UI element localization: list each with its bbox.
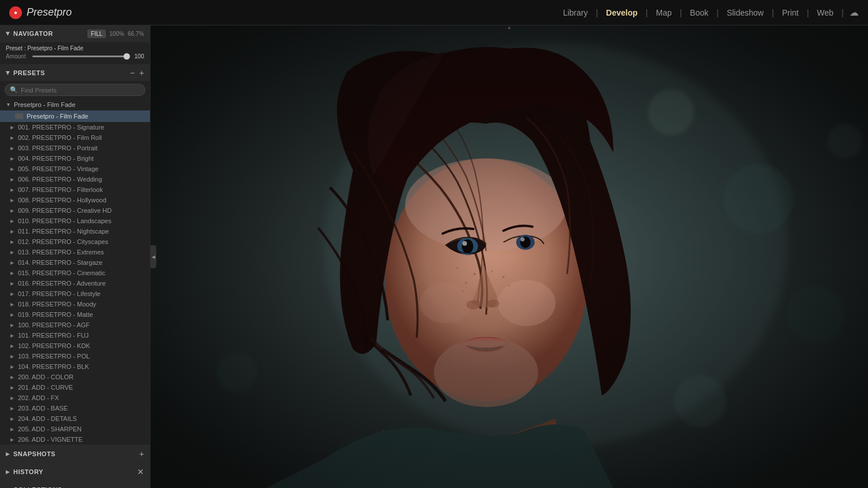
preset-list-item-009[interactable]: ▶009. PRESETPRO - Creative HD	[0, 205, 150, 216]
list-item-label: 010. PRESETPRO - Landscapes	[18, 217, 111, 224]
preset-list-item-014[interactable]: ▶014. PRESETPRO - Stargaze	[0, 257, 150, 268]
amount-row: Amount 100	[6, 51, 144, 61]
navigator-controls-right: FILL 100% 66.7%	[87, 29, 144, 38]
presets-header[interactable]: ▶ Presets − +	[0, 65, 150, 81]
presets-header-left: ▶ Presets	[6, 69, 45, 76]
preset-list-item-005[interactable]: ▶005. PRESETPRO - Vintage	[0, 164, 150, 174]
list-item-triangle: ▶	[10, 281, 14, 286]
list-item-triangle: ▶	[10, 333, 14, 338]
preset-list-item-200[interactable]: ▶200. ADD - COLOR	[0, 372, 150, 382]
nav-sep-6: |	[807, 8, 809, 17]
list-item-label: 203. ADD - BASE	[18, 405, 68, 412]
preset-list-item-201[interactable]: ▶201. ADD - CURVE	[0, 382, 150, 393]
list-item-triangle: ▶	[10, 156, 14, 161]
presets-plus-btn[interactable]: +	[139, 69, 144, 77]
preset-list-item-101[interactable]: ▶101. PRESETPRO - FUJ	[0, 330, 150, 341]
list-item-triangle: ▶	[10, 364, 14, 369]
preset-label-text: Preset :	[6, 45, 27, 51]
preset-list-item-206[interactable]: ▶206. ADD - VIGNETTE	[0, 434, 150, 445]
nav-web[interactable]: Web	[811, 6, 840, 20]
navigator-title: Navigator	[13, 30, 53, 37]
preset-list-item-202[interactable]: ▶202. ADD - FX	[0, 393, 150, 403]
nav-map[interactable]: Map	[650, 6, 677, 20]
list-item-label: 205. ADD - SHARPEN	[18, 426, 82, 432]
preset-list-item-204[interactable]: ▶204. ADD - DETAILS	[0, 413, 150, 424]
list-item-triangle: ▶	[10, 375, 14, 380]
nav-slideshow[interactable]: Slideshow	[721, 6, 770, 20]
presets-minus-btn[interactable]: −	[130, 69, 135, 77]
list-item-triangle: ▶	[10, 167, 14, 172]
preset-list-item-015[interactable]: ▶015. PRESETPRO - Cinematic	[0, 268, 150, 278]
presets-section: ▶ Presets − + 🔍 ▼ Pr	[0, 65, 150, 445]
panel-collapse-handle[interactable]: ◀	[150, 245, 156, 268]
preset-list-item-100[interactable]: ▶100. PRESETPRO - AGF	[0, 320, 150, 330]
top-drag-handle[interactable]	[503, 25, 515, 29]
history-close-btn[interactable]: ✕	[137, 467, 144, 476]
list-item-label: 100. PRESETPRO - AGF	[18, 321, 90, 328]
preset-list-item-012[interactable]: ▶012. PRESETPRO - Cityscapes	[0, 236, 150, 247]
list-item-label: 016. PRESETPRO - Adventure	[18, 280, 106, 287]
nav-print[interactable]: Print	[776, 6, 804, 20]
fill-button[interactable]: FILL	[87, 29, 106, 38]
nav-develop[interactable]: Develop	[600, 6, 643, 20]
preset-group-film-fade[interactable]: ▼ Presetpro - Film Fade	[0, 99, 150, 110]
navigator-header[interactable]: ▶ Navigator FILL 100% 66.7%	[0, 25, 150, 42]
presets-title: Presets	[13, 69, 45, 76]
amount-label: Amount	[6, 53, 29, 60]
preset-list-item-203[interactable]: ▶203. ADD - BASE	[0, 403, 150, 413]
preset-list-item-011[interactable]: ▶011. PRESETPRO - Nightscape	[0, 226, 150, 236]
preset-item-selected[interactable]: Presetpro - Film Fade	[0, 110, 150, 122]
snapshots-header-left: ▶ Snapshots	[6, 450, 56, 457]
preset-list-item-018[interactable]: ▶018. PRESETPRO - Moody	[0, 299, 150, 309]
preset-list-item-017[interactable]: ▶017. PRESETPRO - Lifestyle	[0, 289, 150, 299]
preset-list-item-205[interactable]: ▶205. ADD - SHARPEN	[0, 424, 150, 434]
list-item-label: 200. ADD - COLOR	[18, 374, 73, 380]
snapshots-plus-btn[interactable]: +	[139, 449, 144, 459]
snapshots-header[interactable]: ▶ Snapshots +	[0, 445, 150, 463]
preset-list-item-103[interactable]: ▶103. PRESETPRO - POL	[0, 351, 150, 361]
collections-plus-btn[interactable]: +	[139, 485, 144, 488]
list-item-label: 018. PRESETPRO - Moody	[18, 301, 96, 308]
search-input[interactable]	[21, 87, 140, 94]
left-panel: ▶ Navigator FILL 100% 66.7% Preset : Pre…	[0, 25, 150, 488]
list-item-triangle: ▶	[10, 395, 14, 401]
list-item-label: 102. PRESETPRO - KDK	[18, 342, 90, 349]
preset-list-item-007[interactable]: ▶007. PRESETPRO - Filterlook	[0, 184, 150, 195]
list-item-triangle: ▶	[10, 323, 14, 328]
preset-list-item-004[interactable]: ▶004. PRESETPRO - Bright	[0, 153, 150, 164]
slider-fill	[32, 56, 127, 57]
preset-list-item-003[interactable]: ▶003. PRESETPRO - Portrait	[0, 143, 150, 153]
history-header[interactable]: ▶ History ✕	[0, 463, 150, 480]
amount-slider[interactable]	[32, 56, 127, 57]
list-item-triangle: ▶	[10, 406, 14, 411]
list-item-triangle: ▶	[10, 437, 14, 442]
preset-list-item-008[interactable]: ▶008. PRESETPRO - Hollywood	[0, 195, 150, 205]
nav-sep-2: |	[646, 8, 648, 17]
preset-list-item-019[interactable]: ▶019. PRESETPRO - Matte	[0, 309, 150, 320]
snapshots-triangle: ▶	[6, 451, 10, 457]
logo-text: Presetpro	[27, 6, 72, 19]
svg-rect-30	[150, 25, 868, 488]
preset-list-item-104[interactable]: ▶104. PRESETPRO - BLK	[0, 361, 150, 372]
image-area: ◀	[150, 25, 868, 488]
preset-list-item-013[interactable]: ▶013. PRESETPRO - Extremes	[0, 247, 150, 257]
nav-sep-7: |	[841, 8, 844, 17]
list-item-triangle: ▶	[10, 208, 14, 213]
nav-library[interactable]: Library	[557, 6, 594, 20]
preset-list-item-016[interactable]: ▶016. PRESETPRO - Adventure	[0, 278, 150, 289]
list-item-label: 008. PRESETPRO - Hollywood	[18, 197, 106, 204]
navigator-triangle: ▶	[5, 32, 11, 36]
collections-header[interactable]: ▶ Collections +	[0, 481, 150, 488]
preset-list-item-006[interactable]: ▶006. PRESETPRO - Wedding	[0, 174, 150, 184]
search-icon: 🔍	[10, 86, 18, 94]
preset-list-item-001[interactable]: ▶001. PRESETPRO - Signature	[0, 122, 150, 132]
list-item-triangle: ▶	[10, 219, 14, 224]
preset-list-item-010[interactable]: ▶010. PRESETPRO - Landscapes	[0, 216, 150, 226]
preset-list-item-002[interactable]: ▶002. PRESETPRO - Film Roll	[0, 132, 150, 143]
preset-list-item-102[interactable]: ▶102. PRESETPRO - KDK	[0, 341, 150, 351]
topbar: ● Presetpro Library | Develop | Map | Bo…	[0, 0, 868, 25]
list-item-triangle: ▶	[10, 146, 14, 151]
list-item-triangle: ▶	[10, 302, 14, 307]
preset-label: Preset : Presetpro - Film Fade	[6, 45, 144, 51]
nav-book[interactable]: Book	[684, 6, 714, 20]
